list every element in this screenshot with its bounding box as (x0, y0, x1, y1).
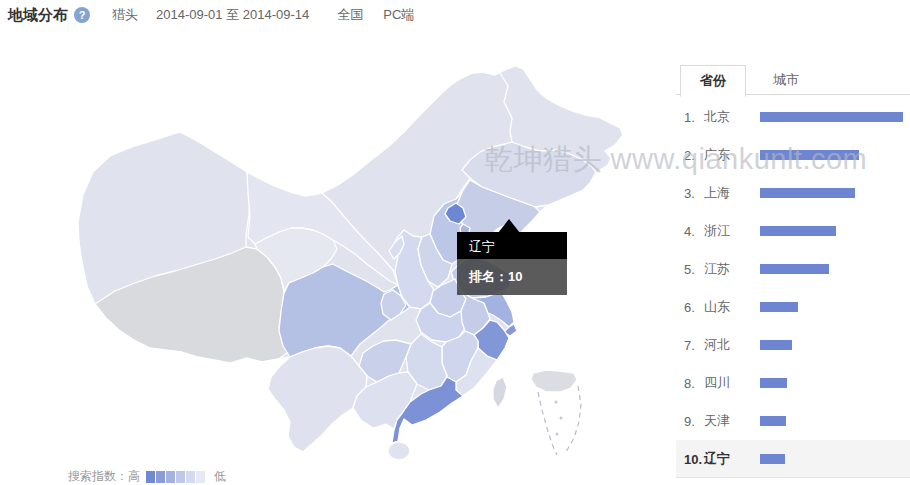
rank-bar (760, 378, 787, 388)
province-name: 江苏 (704, 260, 760, 278)
scs-island-dot (555, 401, 558, 404)
list-item[interactable]: 7.河北 (676, 326, 910, 364)
legend-swatch (146, 471, 155, 483)
rank-number: 6. (684, 300, 704, 315)
rank-bar (760, 340, 792, 350)
panel-tabs: 省份 城市 (676, 65, 910, 95)
province-rank-list: 1.北京 2.广东 3.上海 4.浙江 5.江苏 6.山东 7.河北 8.四川 … (676, 98, 910, 478)
legend-swatches (146, 471, 206, 483)
map-tooltip: 辽宁 排名：10 (457, 232, 567, 295)
rank-number: 5. (684, 262, 704, 277)
rank-number: 8. (684, 376, 704, 391)
list-item[interactable]: 6.山东 (676, 288, 910, 326)
tab-province[interactable]: 省份 (680, 65, 746, 97)
scs-island-dot (560, 417, 563, 420)
rank-bar (760, 264, 829, 274)
list-item[interactable]: 2.广东 (676, 136, 910, 174)
rank-bar (760, 416, 786, 426)
list-item[interactable]: 9.天津 (676, 402, 910, 440)
rank-number: 4. (684, 224, 704, 239)
rank-bar (760, 454, 785, 464)
province-name: 浙江 (704, 222, 760, 240)
date-range-label: 2014-09-01 至 2014-09-14 (156, 6, 309, 24)
tooltip-title: 辽宁 (457, 232, 567, 259)
province-name: 辽宁 (704, 450, 760, 468)
ranking-panel: 省份 城市 1.北京 2.广东 3.上海 4.浙江 5.江苏 6.山东 7.河北… (676, 65, 910, 478)
scs-island-dot (556, 433, 559, 436)
rank-number: 10. (684, 452, 704, 467)
nine-dash-line-left (538, 392, 557, 455)
legend-low-label: 低 (214, 468, 226, 485)
province-name: 北京 (704, 108, 760, 126)
page-title: 地域分布 (8, 6, 68, 25)
rank-number: 7. (684, 338, 704, 353)
list-item[interactable]: 3.上海 (676, 174, 910, 212)
page-header: 地域分布 ? 猎头 2014-09-01 至 2014-09-14 全国 PC端 (0, 0, 910, 30)
rank-number: 1. (684, 110, 704, 125)
list-item[interactable]: 5.江苏 (676, 250, 910, 288)
tooltip-rank-value: 10 (508, 269, 522, 284)
region-label: 全国 (337, 6, 363, 24)
tooltip-arrow-icon (498, 219, 520, 233)
province-name: 山东 (704, 298, 760, 316)
map-region-south-china-sea-inset (531, 370, 577, 392)
tooltip-rank-label: 排名： (469, 269, 508, 284)
rank-bar (760, 302, 798, 312)
rank-number: 2. (684, 148, 704, 163)
map-region-hainan[interactable] (388, 442, 410, 460)
legend-swatch (166, 471, 175, 483)
province-name: 上海 (704, 184, 760, 202)
help-icon[interactable]: ? (74, 7, 90, 23)
legend-swatch (156, 471, 165, 483)
rank-bar (760, 112, 903, 122)
legend-high-label: 搜索指数：高 (68, 468, 140, 485)
legend-swatch (176, 471, 185, 483)
keyword-label: 猎头 (112, 6, 138, 24)
province-name: 天津 (704, 412, 760, 430)
rank-bar (760, 188, 855, 198)
panel-bottom-divider (676, 477, 910, 478)
province-name: 河北 (704, 336, 760, 354)
nine-dash-line-right (566, 386, 581, 452)
rank-bar (760, 226, 836, 236)
rank-number: 9. (684, 414, 704, 429)
legend-swatch (196, 471, 205, 483)
rank-bar (760, 150, 859, 160)
rank-number: 3. (684, 186, 704, 201)
platform-label: PC端 (383, 6, 414, 24)
list-item[interactable]: 1.北京 (676, 98, 910, 136)
map-region-taiwan[interactable] (493, 377, 507, 408)
list-item-highlighted[interactable]: 10.辽宁 (676, 440, 910, 478)
tab-city[interactable]: 城市 (756, 65, 816, 94)
search-index-legend: 搜索指数：高 低 (68, 468, 226, 485)
list-item[interactable]: 8.四川 (676, 364, 910, 402)
tooltip-rank: 排名：10 (457, 259, 567, 295)
list-item[interactable]: 4.浙江 (676, 212, 910, 250)
legend-swatch (186, 471, 195, 483)
province-name: 四川 (704, 374, 760, 392)
province-name: 广东 (704, 146, 760, 164)
map-region-yunnan[interactable] (268, 346, 367, 452)
